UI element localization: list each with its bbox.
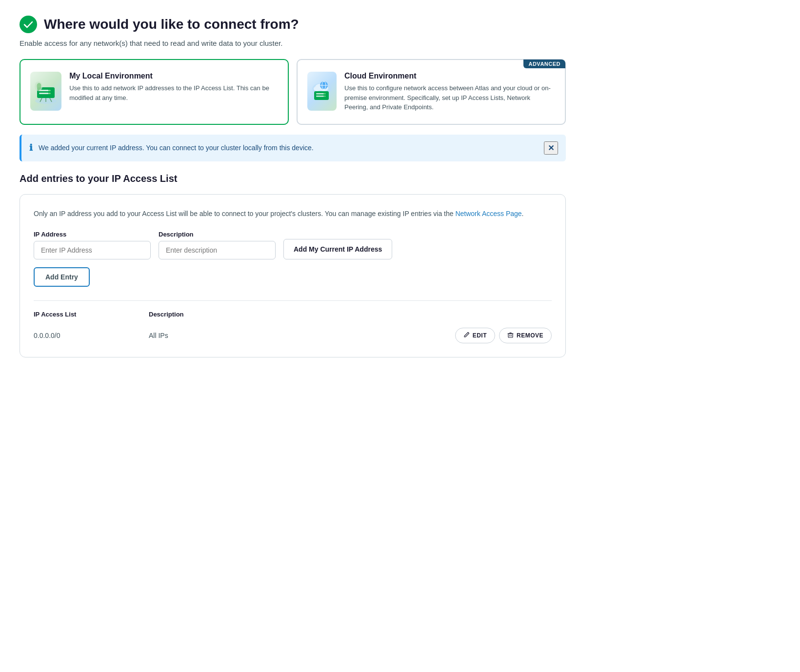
cloud-environment-card[interactable]: ADVANCED Cloud Enviro [297, 59, 566, 125]
add-current-ip-button[interactable]: Add My Current IP Address [283, 239, 392, 259]
page-subtitle: Enable access for any network(s) that ne… [20, 39, 566, 47]
svg-rect-23 [508, 334, 513, 337]
local-env-illustration [30, 72, 61, 111]
cloud-env-title: Cloud Environment [344, 72, 555, 80]
ip-address-input[interactable] [34, 241, 151, 259]
table-cell-description: All IPs [149, 332, 447, 339]
description-group: Description [159, 231, 276, 259]
svg-point-6 [49, 93, 51, 94]
remove-button[interactable]: REMOVE [499, 328, 552, 343]
svg-rect-19 [316, 93, 324, 95]
info-banner: ℹ We added your current IP address. You … [20, 135, 566, 161]
ip-address-label: IP Address [34, 231, 151, 238]
local-env-description: Use this to add network IP addresses to … [69, 83, 278, 102]
svg-point-5 [49, 90, 51, 91]
table-row: 0.0.0.0/0 All IPs EDIT [34, 324, 552, 347]
advanced-badge: ADVANCED [523, 59, 565, 68]
check-circle-icon [20, 16, 37, 33]
table-header: IP Access List Description [34, 311, 552, 318]
row-actions: EDIT REMOVE [455, 328, 552, 343]
edit-button[interactable]: EDIT [455, 328, 495, 343]
svg-point-14 [314, 86, 320, 91]
ip-address-group: IP Address [34, 231, 151, 259]
page-header: Where would you like to connect from? [20, 16, 566, 33]
table-col-description-header: Description [149, 311, 544, 318]
divider [34, 300, 552, 301]
table-col-ip-header: IP Access List [34, 311, 141, 318]
trash-icon [507, 332, 514, 339]
cloud-env-description: Use this to configure network access bet… [344, 83, 555, 112]
svg-point-21 [324, 93, 325, 94]
page-title: Where would you like to connect from? [44, 17, 299, 32]
local-env-text: My Local Environment Use this to add net… [69, 72, 278, 102]
svg-point-22 [324, 96, 325, 97]
edit-icon [463, 332, 470, 339]
banner-close-button[interactable]: ✕ [544, 141, 558, 155]
ip-form-row: IP Address Description Add My Current IP… [34, 231, 552, 259]
access-list-container: Only an IP address you add to your Acces… [20, 194, 566, 357]
access-list-section-title: Add entries to your IP Access List [20, 173, 566, 184]
banner-message: We added your current IP address. You ca… [39, 144, 538, 152]
environment-cards: My Local Environment Use this to add net… [20, 59, 566, 125]
cloud-env-illustration [307, 72, 337, 111]
network-access-link[interactable]: Network Access Page [455, 210, 521, 217]
description-input[interactable] [159, 241, 276, 259]
svg-point-0 [20, 16, 37, 33]
access-list-description: Only an IP address you add to your Acces… [34, 208, 552, 219]
table-cell-ip: 0.0.0.0/0 [34, 332, 141, 339]
add-entry-button[interactable]: Add Entry [34, 267, 90, 287]
local-env-title: My Local Environment [69, 72, 278, 80]
svg-rect-4 [39, 93, 49, 94]
svg-rect-20 [316, 96, 324, 97]
description-label: Description [159, 231, 276, 238]
local-environment-card[interactable]: My Local Environment Use this to add net… [20, 59, 289, 125]
cloud-env-text: Cloud Environment Use this to configure … [344, 72, 555, 112]
info-icon: ℹ [29, 142, 33, 153]
